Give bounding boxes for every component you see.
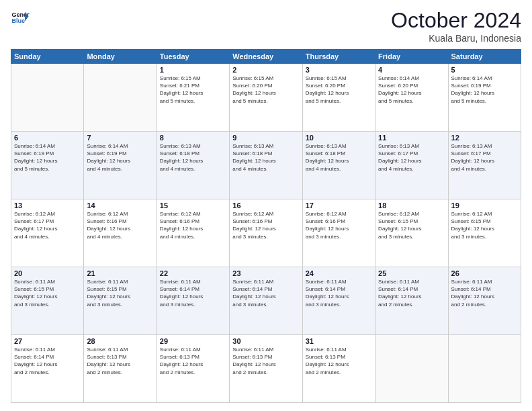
day-info: Sunrise: 6:12 AM Sunset: 6:17 PM Dayligh…: [14, 210, 81, 240]
header-saturday: Saturday: [448, 50, 521, 64]
day-number: 30: [232, 337, 299, 345]
day-info: Sunrise: 6:12 AM Sunset: 6:16 PM Dayligh…: [232, 210, 299, 240]
calendar-week-0: 1Sunrise: 6:15 AM Sunset: 6:21 PM Daylig…: [11, 64, 521, 132]
day-number: 25: [378, 269, 445, 277]
day-info: Sunrise: 6:13 AM Sunset: 6:17 PM Dayligh…: [378, 142, 445, 173]
day-number: 22: [160, 269, 226, 277]
table-row: 10Sunrise: 6:13 AM Sunset: 6:18 PM Dayli…: [302, 132, 375, 199]
day-number: 11: [378, 134, 445, 142]
day-number: 1: [160, 66, 226, 74]
day-info: Sunrise: 6:11 AM Sunset: 6:13 PM Dayligh…: [160, 346, 226, 376]
table-row: 28Sunrise: 6:11 AM Sunset: 6:13 PM Dayli…: [84, 335, 157, 403]
day-info: Sunrise: 6:12 AM Sunset: 6:15 PM Dayligh…: [378, 210, 445, 240]
table-row: 6Sunrise: 6:14 AM Sunset: 6:19 PM Daylig…: [11, 132, 84, 199]
header-wednesday: Wednesday: [230, 50, 302, 64]
day-info: Sunrise: 6:11 AM Sunset: 6:14 PM Dayligh…: [14, 346, 81, 376]
table-row: 13Sunrise: 6:12 AM Sunset: 6:17 PM Dayli…: [11, 199, 84, 267]
day-number: 19: [451, 201, 518, 210]
table-row: 31Sunrise: 6:11 AM Sunset: 6:13 PM Dayli…: [302, 335, 375, 403]
day-info: Sunrise: 6:11 AM Sunset: 6:14 PM Dayligh…: [232, 278, 299, 308]
table-row: 20Sunrise: 6:11 AM Sunset: 6:15 PM Dayli…: [11, 267, 84, 335]
table-row: [84, 64, 157, 132]
table-row: 19Sunrise: 6:12 AM Sunset: 6:15 PM Dayli…: [448, 199, 521, 267]
logo: General Blue: [11, 8, 30, 27]
day-info: Sunrise: 6:13 AM Sunset: 6:18 PM Dayligh…: [306, 142, 372, 173]
day-number: 21: [87, 269, 153, 277]
day-number: 5: [451, 66, 518, 74]
header-tuesday: Tuesday: [157, 50, 229, 64]
day-info: Sunrise: 6:14 AM Sunset: 6:19 PM Dayligh…: [87, 142, 153, 173]
table-row: 22Sunrise: 6:11 AM Sunset: 6:14 PM Dayli…: [157, 267, 229, 335]
day-number: 23: [232, 269, 299, 277]
logo-icon: General Blue: [11, 8, 30, 27]
table-row: 8Sunrise: 6:13 AM Sunset: 6:18 PM Daylig…: [157, 132, 229, 199]
day-number: 15: [160, 201, 226, 210]
table-row: [11, 64, 84, 132]
day-number: 28: [87, 337, 153, 345]
day-number: 8: [160, 134, 226, 142]
day-number: 14: [87, 201, 153, 210]
calendar: Sunday Monday Tuesday Wednesday Thursday…: [11, 49, 521, 403]
day-info: Sunrise: 6:12 AM Sunset: 6:16 PM Dayligh…: [160, 210, 226, 240]
table-row: 25Sunrise: 6:11 AM Sunset: 6:14 PM Dayli…: [375, 267, 448, 335]
header-monday: Monday: [84, 50, 157, 64]
table-row: 30Sunrise: 6:11 AM Sunset: 6:13 PM Dayli…: [230, 335, 302, 403]
day-info: Sunrise: 6:11 AM Sunset: 6:14 PM Dayligh…: [160, 278, 226, 308]
calendar-week-4: 27Sunrise: 6:11 AM Sunset: 6:14 PM Dayli…: [11, 335, 521, 403]
table-row: 27Sunrise: 6:11 AM Sunset: 6:14 PM Dayli…: [11, 335, 84, 403]
table-row: 9Sunrise: 6:13 AM Sunset: 6:18 PM Daylig…: [230, 132, 302, 199]
day-number: 12: [451, 134, 518, 142]
day-info: Sunrise: 6:14 AM Sunset: 6:20 PM Dayligh…: [378, 75, 445, 105]
table-row: 4Sunrise: 6:14 AM Sunset: 6:20 PM Daylig…: [375, 64, 448, 132]
table-row: 2Sunrise: 6:15 AM Sunset: 6:20 PM Daylig…: [230, 64, 302, 132]
day-info: Sunrise: 6:13 AM Sunset: 6:18 PM Dayligh…: [160, 142, 226, 173]
day-info: Sunrise: 6:11 AM Sunset: 6:13 PM Dayligh…: [87, 346, 153, 376]
month-title: October 2024: [391, 8, 521, 33]
day-number: 3: [306, 66, 372, 74]
table-row: 1Sunrise: 6:15 AM Sunset: 6:21 PM Daylig…: [157, 64, 229, 132]
table-row: 26Sunrise: 6:11 AM Sunset: 6:14 PM Dayli…: [448, 267, 521, 335]
day-number: 7: [87, 134, 153, 142]
day-info: Sunrise: 6:13 AM Sunset: 6:18 PM Dayligh…: [232, 142, 299, 173]
table-row: 12Sunrise: 6:13 AM Sunset: 6:17 PM Dayli…: [448, 132, 521, 199]
calendar-week-2: 13Sunrise: 6:12 AM Sunset: 6:17 PM Dayli…: [11, 199, 521, 267]
day-info: Sunrise: 6:15 AM Sunset: 6:21 PM Dayligh…: [160, 75, 226, 105]
day-number: 24: [306, 269, 372, 277]
day-info: Sunrise: 6:15 AM Sunset: 6:20 PM Dayligh…: [306, 75, 372, 105]
location: Kuala Baru, Indonesia: [391, 33, 521, 44]
table-row: 5Sunrise: 6:14 AM Sunset: 6:19 PM Daylig…: [448, 64, 521, 132]
header-sunday: Sunday: [11, 50, 84, 64]
day-info: Sunrise: 6:11 AM Sunset: 6:13 PM Dayligh…: [232, 346, 299, 376]
header-friday: Friday: [375, 50, 448, 64]
day-number: 13: [14, 201, 81, 210]
table-row: 29Sunrise: 6:11 AM Sunset: 6:13 PM Dayli…: [157, 335, 229, 403]
table-row: [448, 335, 521, 403]
day-info: Sunrise: 6:11 AM Sunset: 6:15 PM Dayligh…: [87, 278, 153, 308]
day-number: 29: [160, 337, 226, 345]
day-info: Sunrise: 6:14 AM Sunset: 6:19 PM Dayligh…: [14, 142, 81, 173]
table-row: 14Sunrise: 6:12 AM Sunset: 6:16 PM Dayli…: [84, 199, 157, 267]
day-number: 16: [232, 201, 299, 210]
day-number: 17: [306, 201, 372, 210]
table-row: 17Sunrise: 6:12 AM Sunset: 6:16 PM Dayli…: [302, 199, 375, 267]
day-number: 20: [14, 269, 81, 277]
table-row: 16Sunrise: 6:12 AM Sunset: 6:16 PM Dayli…: [230, 199, 302, 267]
day-info: Sunrise: 6:13 AM Sunset: 6:17 PM Dayligh…: [451, 142, 518, 173]
day-number: 10: [306, 134, 372, 142]
day-info: Sunrise: 6:11 AM Sunset: 6:13 PM Dayligh…: [306, 346, 372, 376]
title-section: October 2024 Kuala Baru, Indonesia: [391, 8, 521, 44]
day-info: Sunrise: 6:15 AM Sunset: 6:20 PM Dayligh…: [232, 75, 299, 105]
table-row: [375, 335, 448, 403]
calendar-week-1: 6Sunrise: 6:14 AM Sunset: 6:19 PM Daylig…: [11, 132, 521, 199]
table-row: 11Sunrise: 6:13 AM Sunset: 6:17 PM Dayli…: [375, 132, 448, 199]
calendar-header-row: Sunday Monday Tuesday Wednesday Thursday…: [11, 50, 521, 64]
day-number: 18: [378, 201, 445, 210]
table-row: 7Sunrise: 6:14 AM Sunset: 6:19 PM Daylig…: [84, 132, 157, 199]
header: General Blue October 2024 Kuala Baru, In…: [11, 8, 521, 44]
day-info: Sunrise: 6:14 AM Sunset: 6:19 PM Dayligh…: [451, 75, 518, 105]
day-info: Sunrise: 6:12 AM Sunset: 6:16 PM Dayligh…: [87, 210, 153, 240]
day-number: 27: [14, 337, 81, 345]
day-info: Sunrise: 6:11 AM Sunset: 6:15 PM Dayligh…: [14, 278, 81, 308]
page: General Blue October 2024 Kuala Baru, In…: [0, 0, 532, 411]
table-row: 3Sunrise: 6:15 AM Sunset: 6:20 PM Daylig…: [302, 64, 375, 132]
